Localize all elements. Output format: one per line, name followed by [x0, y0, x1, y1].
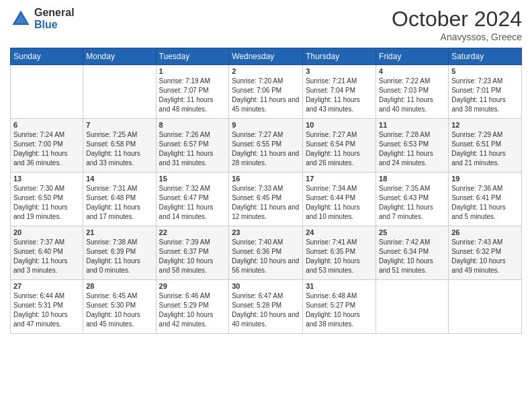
header: General Blue October 2024 Anavyssos, Gre…: [10, 7, 522, 42]
day-number: 29: [159, 282, 226, 290]
header-row: Sunday Monday Tuesday Wednesday Thursday…: [11, 48, 522, 65]
cell-info: Sunrise: 7:35 AMSunset: 6:43 PMDaylight:…: [379, 184, 445, 222]
calendar-cell: 28Sunrise: 6:45 AMSunset: 5:30 PMDayligh…: [83, 280, 156, 334]
calendar-cell: [11, 65, 83, 119]
day-number: 8: [159, 121, 226, 129]
cell-info: Sunrise: 7:25 AMSunset: 6:58 PMDaylight:…: [86, 130, 152, 168]
cell-info: Sunrise: 6:47 AMSunset: 5:28 PMDaylight:…: [232, 291, 300, 329]
calendar-cell: [449, 280, 522, 334]
calendar-week-0: 1Sunrise: 7:19 AMSunset: 7:07 PMDaylight…: [11, 65, 522, 119]
logo-blue-text: Blue: [34, 19, 75, 31]
cell-info: Sunrise: 7:43 AMSunset: 6:32 PMDaylight:…: [451, 238, 519, 275]
cell-info: Sunrise: 7:36 AMSunset: 6:41 PMDaylight:…: [451, 184, 519, 222]
calendar-cell: 10Sunrise: 7:27 AMSunset: 6:54 PMDayligh…: [303, 119, 376, 173]
cell-info: Sunrise: 6:46 AMSunset: 5:29 PMDaylight:…: [159, 291, 226, 329]
day-number: 12: [451, 121, 519, 129]
calendar-cell: 8Sunrise: 7:26 AMSunset: 6:57 PMDaylight…: [156, 119, 229, 173]
logo-general-text: General: [34, 7, 75, 19]
day-number: 13: [13, 175, 80, 183]
day-number: 11: [379, 121, 445, 129]
calendar-cell: 1Sunrise: 7:19 AMSunset: 7:07 PMDaylight…: [156, 65, 229, 119]
calendar-cell: 4Sunrise: 7:22 AMSunset: 7:03 PMDaylight…: [376, 65, 449, 119]
cell-info: Sunrise: 6:45 AMSunset: 5:30 PMDaylight:…: [86, 291, 152, 329]
cell-info: Sunrise: 7:33 AMSunset: 6:45 PMDaylight:…: [232, 184, 300, 222]
calendar-cell: 5Sunrise: 7:23 AMSunset: 7:01 PMDaylight…: [449, 65, 522, 119]
calendar-table: Sunday Monday Tuesday Wednesday Thursday…: [10, 48, 522, 334]
col-thursday: Thursday: [303, 48, 376, 65]
calendar-cell: 30Sunrise: 6:47 AMSunset: 5:28 PMDayligh…: [229, 280, 303, 334]
day-number: 20: [13, 228, 80, 236]
col-tuesday: Tuesday: [156, 48, 229, 65]
calendar-cell: 6Sunrise: 7:24 AMSunset: 7:00 PMDaylight…: [11, 119, 83, 173]
day-number: 3: [306, 67, 373, 75]
logo: General Blue: [10, 7, 75, 30]
location: Anavyssos, Greece: [392, 32, 522, 42]
cell-info: Sunrise: 7:27 AMSunset: 6:55 PMDaylight:…: [232, 130, 300, 168]
cell-info: Sunrise: 6:44 AMSunset: 5:31 PMDaylight:…: [13, 291, 80, 329]
day-number: 26: [451, 228, 519, 236]
col-sunday: Sunday: [11, 48, 83, 65]
cell-info: Sunrise: 7:32 AMSunset: 6:47 PMDaylight:…: [159, 184, 226, 222]
cell-info: Sunrise: 7:28 AMSunset: 6:53 PMDaylight:…: [379, 130, 445, 168]
day-number: 5: [451, 67, 519, 75]
day-number: 7: [86, 121, 152, 129]
logo-icon: [10, 8, 32, 30]
calendar-cell: [376, 280, 449, 334]
day-number: 24: [306, 228, 373, 236]
day-number: 6: [13, 121, 80, 129]
cell-info: Sunrise: 7:31 AMSunset: 6:48 PMDaylight:…: [86, 184, 152, 222]
cell-info: Sunrise: 7:38 AMSunset: 6:39 PMDaylight:…: [86, 238, 152, 275]
calendar-week-2: 13Sunrise: 7:30 AMSunset: 6:50 PMDayligh…: [11, 173, 522, 226]
calendar-cell: 24Sunrise: 7:41 AMSunset: 6:35 PMDayligh…: [303, 226, 376, 280]
day-number: 14: [86, 175, 152, 183]
day-number: 16: [232, 175, 300, 183]
day-number: 21: [86, 228, 152, 236]
cell-info: Sunrise: 7:27 AMSunset: 6:54 PMDaylight:…: [306, 130, 373, 168]
day-number: 17: [306, 175, 373, 183]
day-number: 10: [306, 121, 373, 129]
day-number: 9: [232, 121, 300, 129]
day-number: 19: [451, 175, 519, 183]
calendar-cell: 29Sunrise: 6:46 AMSunset: 5:29 PMDayligh…: [156, 280, 229, 334]
cell-info: Sunrise: 7:29 AMSunset: 6:51 PMDaylight:…: [451, 130, 519, 168]
calendar-cell: 25Sunrise: 7:42 AMSunset: 6:34 PMDayligh…: [376, 226, 449, 280]
day-number: 23: [232, 228, 300, 236]
calendar-week-4: 27Sunrise: 6:44 AMSunset: 5:31 PMDayligh…: [11, 280, 522, 334]
day-number: 4: [379, 67, 445, 75]
col-monday: Monday: [83, 48, 156, 65]
cell-info: Sunrise: 7:42 AMSunset: 6:34 PMDaylight:…: [379, 238, 445, 275]
calendar-week-3: 20Sunrise: 7:37 AMSunset: 6:40 PMDayligh…: [11, 226, 522, 280]
calendar-cell: 7Sunrise: 7:25 AMSunset: 6:58 PMDaylight…: [83, 119, 156, 173]
day-number: 18: [379, 175, 445, 183]
cell-info: Sunrise: 7:40 AMSunset: 6:36 PMDaylight:…: [232, 238, 300, 275]
day-number: 31: [306, 282, 373, 290]
cell-info: Sunrise: 7:19 AMSunset: 7:07 PMDaylight:…: [159, 77, 226, 114]
calendar-cell: 20Sunrise: 7:37 AMSunset: 6:40 PMDayligh…: [11, 226, 83, 280]
page: General Blue October 2024 Anavyssos, Gre…: [0, 0, 532, 411]
cell-info: Sunrise: 7:20 AMSunset: 7:06 PMDaylight:…: [232, 77, 300, 114]
cell-info: Sunrise: 7:21 AMSunset: 7:04 PMDaylight:…: [306, 77, 373, 114]
calendar-cell: 15Sunrise: 7:32 AMSunset: 6:47 PMDayligh…: [156, 173, 229, 226]
cell-info: Sunrise: 7:22 AMSunset: 7:03 PMDaylight:…: [379, 77, 445, 114]
day-number: 30: [232, 282, 300, 290]
day-number: 2: [232, 67, 300, 75]
day-number: 25: [379, 228, 445, 236]
cell-info: Sunrise: 7:23 AMSunset: 7:01 PMDaylight:…: [451, 77, 519, 114]
calendar-header: Sunday Monday Tuesday Wednesday Thursday…: [11, 48, 522, 65]
day-number: 27: [13, 282, 80, 290]
calendar-cell: 2Sunrise: 7:20 AMSunset: 7:06 PMDaylight…: [229, 65, 303, 119]
day-number: 1: [159, 67, 226, 75]
day-number: 15: [159, 175, 226, 183]
calendar-cell: 21Sunrise: 7:38 AMSunset: 6:39 PMDayligh…: [83, 226, 156, 280]
calendar-cell: [83, 65, 156, 119]
cell-info: Sunrise: 7:41 AMSunset: 6:35 PMDaylight:…: [306, 238, 373, 275]
month-title: October 2024: [392, 7, 522, 32]
col-saturday: Saturday: [449, 48, 522, 65]
calendar-body: 1Sunrise: 7:19 AMSunset: 7:07 PMDaylight…: [11, 65, 522, 334]
calendar-week-1: 6Sunrise: 7:24 AMSunset: 7:00 PMDaylight…: [11, 119, 522, 173]
calendar-cell: 19Sunrise: 7:36 AMSunset: 6:41 PMDayligh…: [449, 173, 522, 226]
calendar-cell: 14Sunrise: 7:31 AMSunset: 6:48 PMDayligh…: [83, 173, 156, 226]
calendar-cell: 18Sunrise: 7:35 AMSunset: 6:43 PMDayligh…: [376, 173, 449, 226]
day-number: 22: [159, 228, 226, 236]
calendar-cell: 31Sunrise: 6:48 AMSunset: 5:27 PMDayligh…: [303, 280, 376, 334]
